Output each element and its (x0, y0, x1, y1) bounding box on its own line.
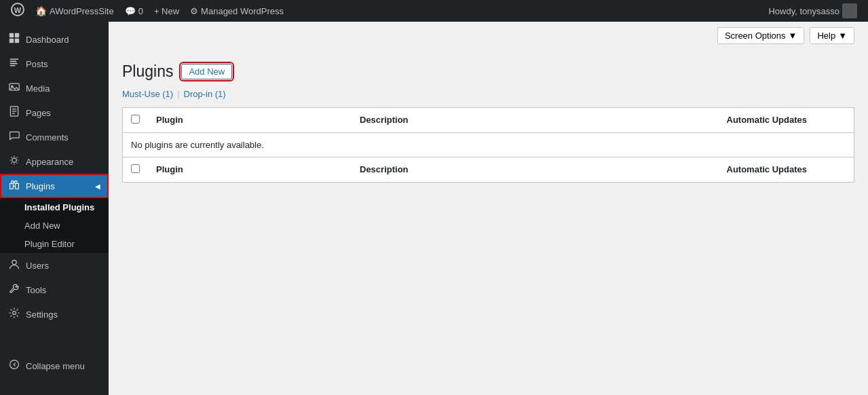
header-plugin-col: Plugin (148, 107, 352, 132)
empty-message: No plugins are currently available. (123, 132, 854, 157)
media-label: Media (26, 83, 50, 94)
svg-rect-6 (10, 58, 19, 60)
chevron-down-icon: ▼ (789, 31, 797, 41)
tools-icon (8, 283, 20, 297)
sidebar-item-users[interactable]: Users (0, 253, 109, 278)
header-auto-updates-col: Automatic Updates (719, 107, 854, 132)
must-use-count: (1) (162, 89, 173, 99)
comments-count: 0 (138, 6, 143, 16)
posts-icon (8, 57, 20, 71)
table-header-row: Plugin Description Automatic Updates (123, 107, 854, 132)
collapse-icon (8, 359, 20, 373)
table-footer-row: Plugin Description Automatic Updates (123, 157, 854, 182)
appearance-label: Appearance (26, 157, 73, 167)
select-all-checkbox[interactable] (131, 115, 140, 124)
empty-message-row: No plugins are currently available. (123, 132, 854, 157)
wp-logo-menu[interactable]: W (5, 0, 30, 22)
installed-plugins-label: Installed Plugins (24, 202, 94, 212)
admin-bar: W 🏠 AWordPressSite 💬 0 + New ⚙ Managed W… (0, 0, 868, 22)
svg-point-21 (13, 312, 16, 315)
must-use-filter[interactable]: Must-Use (1) (122, 89, 173, 99)
header-description-col: Description (352, 107, 719, 132)
svg-text:W: W (14, 6, 22, 14)
dashboard-icon (8, 33, 20, 46)
footer-checkbox-col (123, 157, 149, 182)
comments-label: Comments (26, 132, 69, 143)
plugins-label: Plugins (26, 181, 55, 191)
sidebar-item-tools[interactable]: Tools (0, 278, 109, 302)
filter-links: Must-Use (1) | Drop-in (1) (122, 89, 854, 99)
managed-wp-menu[interactable]: ⚙ Managed WordPress (185, 0, 289, 22)
svg-rect-17 (10, 183, 14, 189)
svg-rect-2 (10, 33, 14, 37)
users-icon (8, 259, 20, 272)
settings-icon (8, 307, 20, 321)
screen-options-label: Screen Options (725, 31, 786, 41)
sidebar-item-pages[interactable]: Pages (0, 100, 109, 125)
tools-label: Tools (26, 285, 46, 295)
sidebar-item-plugins[interactable]: Plugins ◀ (0, 174, 109, 198)
howdy-text: Howdy, tonysasso (768, 6, 839, 16)
plugins-wrap: Plugins Add New Must-Use (1) | Drop-in (… (122, 50, 854, 183)
svg-rect-3 (15, 33, 19, 37)
admin-sidebar: Dashboard Posts Media Pages Comments (0, 22, 109, 395)
must-use-label: Must-Use (122, 89, 160, 99)
media-icon (8, 81, 20, 95)
plugin-editor-label: Plugin Editor (24, 239, 75, 249)
comments-menu[interactable]: 💬 0 (119, 0, 149, 22)
add-new-submenu-label: Add New (24, 221, 60, 231)
add-new-button[interactable]: Add New (181, 64, 232, 79)
svg-rect-9 (10, 65, 16, 67)
screen-meta-bar: Screen Options ▼ Help ▼ (122, 22, 854, 50)
submenu-add-new[interactable]: Add New (0, 217, 109, 235)
howdy-menu[interactable]: Howdy, tonysasso (763, 0, 863, 22)
wp-logo-icon: W (11, 3, 24, 20)
select-all-footer-checkbox[interactable] (131, 164, 140, 173)
collapse-menu-btn[interactable]: Collapse menu (0, 354, 109, 378)
managed-wp-label: Managed WordPress (201, 6, 284, 16)
footer-plugin-col: Plugin (148, 157, 352, 182)
submenu-plugin-editor[interactable]: Plugin Editor (0, 235, 109, 253)
submenu-installed-plugins[interactable]: Installed Plugins (0, 198, 109, 217)
svg-rect-4 (10, 39, 14, 43)
sidebar-item-appearance[interactable]: Appearance (0, 149, 109, 174)
pages-label: Pages (26, 108, 51, 118)
svg-rect-8 (10, 63, 18, 64)
posts-label: Posts (26, 59, 48, 69)
sidebar-item-comments[interactable]: Comments (0, 125, 109, 149)
sidebar-item-settings[interactable]: Settings (0, 302, 109, 326)
sidebar-item-posts[interactable]: Posts (0, 52, 109, 76)
sidebar-item-media[interactable]: Media (0, 76, 109, 100)
new-content-menu[interactable]: + New (149, 0, 185, 22)
page-title: Plugins (122, 62, 173, 82)
svg-point-20 (12, 260, 16, 264)
plugins-icon (8, 179, 20, 193)
sidebar-item-dashboard[interactable]: Dashboard (0, 27, 109, 52)
collapse-label: Collapse menu (26, 361, 85, 371)
help-label: Help (817, 31, 835, 41)
page-header: Plugins Add New (122, 50, 854, 89)
dashboard-label: Dashboard (26, 35, 69, 45)
screen-options-button[interactable]: Screen Options ▼ (717, 27, 804, 44)
svg-rect-18 (16, 183, 19, 189)
footer-description-col: Description (352, 157, 719, 182)
help-button[interactable]: Help ▼ (810, 27, 854, 44)
help-chevron-icon: ▼ (838, 31, 847, 41)
filter-separator: | (177, 89, 179, 99)
settings-label: Settings (26, 309, 58, 320)
svg-rect-5 (15, 39, 19, 43)
user-avatar (842, 3, 857, 18)
pages-icon (8, 106, 20, 119)
plugins-submenu: Installed Plugins Add New Plugin Editor (0, 198, 109, 253)
comments-icon: 💬 (125, 6, 136, 16)
drop-in-filter[interactable]: Drop-in (1) (184, 89, 226, 99)
plugins-arrow: ◀ (95, 183, 100, 190)
header-checkbox-col (123, 107, 149, 132)
main-content: Screen Options ▼ Help ▼ Plugins Add New … (109, 22, 868, 395)
site-name-menu[interactable]: 🏠 AWordPressSite (30, 0, 119, 22)
footer-auto-updates-col: Automatic Updates (719, 157, 854, 182)
plugins-table: Plugin Description Automatic Updates No … (122, 107, 854, 183)
gear-icon: ⚙ (190, 6, 198, 16)
drop-in-count: (1) (215, 89, 226, 99)
svg-rect-7 (10, 61, 17, 62)
